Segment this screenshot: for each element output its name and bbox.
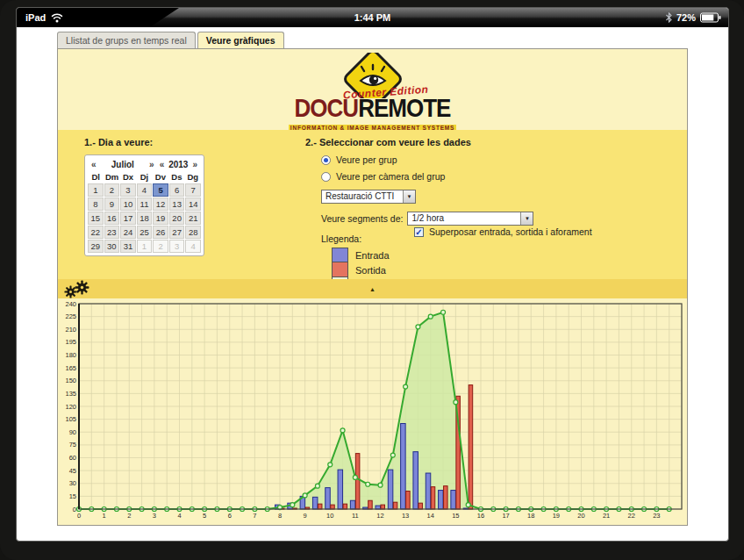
legend-swatch-icon: [332, 262, 348, 277]
calendar-day-cell[interactable]: 3: [169, 240, 185, 253]
calendar-day-cell[interactable]: 1: [137, 240, 153, 253]
status-bar: iPad 1:44 PM 72%: [17, 8, 728, 27]
svg-text:180: 180: [65, 351, 76, 359]
chevron-down-icon[interactable]: ▼: [403, 190, 415, 203]
calendar-day-cell[interactable]: 4: [137, 183, 153, 197]
calendar-day-cell[interactable]: 24: [120, 226, 136, 239]
svg-text:17: 17: [502, 512, 509, 520]
calendar-day-cell[interactable]: 13: [169, 197, 185, 211]
svg-text:120: 120: [65, 403, 76, 411]
calendar-day-cell[interactable]: 30: [104, 240, 120, 253]
chart-area: 0153045607590105120135150165180195210225…: [58, 298, 687, 526]
calendar-day-cell[interactable]: 14: [185, 197, 201, 211]
calendar-day-cell[interactable]: 3: [120, 183, 136, 197]
radio-veure-per-grup[interactable]: Veure per grup: [321, 154, 687, 165]
calendar-month-label: Juliol: [99, 160, 147, 169]
main-panel: Counter Edition DOCUREMOTE Information &…: [57, 48, 688, 526]
calendar-next-year[interactable]: »: [190, 160, 200, 169]
controls-band: 1.- Dia a veure: « Juliol » « 2013 » DlD…: [58, 130, 687, 279]
calendar-day-cell[interactable]: 15: [88, 212, 104, 225]
chart-toolbar: ▲: [58, 279, 687, 298]
calendar-day-cell[interactable]: 31: [120, 240, 136, 253]
calendar-day-cell[interactable]: 25: [137, 226, 153, 239]
radio-icon[interactable]: [321, 155, 331, 165]
calendar-dow: Dx: [120, 172, 136, 182]
svg-text:14: 14: [427, 512, 434, 520]
svg-text:150: 150: [65, 377, 76, 384]
calendar-day-cell[interactable]: 4: [185, 240, 201, 253]
radio-icon[interactable]: [321, 172, 331, 182]
svg-text:5: 5: [203, 512, 206, 520]
ipad-screen: iPad 1:44 PM 72% Llist: [16, 7, 729, 542]
svg-text:23: 23: [653, 512, 660, 520]
checkbox-icon[interactable]: ✓: [414, 227, 424, 237]
calendar-day-cell[interactable]: 2: [104, 183, 120, 197]
calendar-day-cell[interactable]: 19: [153, 212, 168, 225]
svg-text:90: 90: [69, 428, 76, 436]
scroll-top-icon[interactable]: ▲: [369, 286, 376, 292]
svg-text:21: 21: [603, 512, 610, 520]
chevron-down-icon[interactable]: ▼: [520, 212, 533, 225]
calendar-next-month[interactable]: »: [147, 160, 157, 169]
calendar-day-cell[interactable]: 28: [185, 226, 201, 239]
calendar: « Juliol » « 2013 » DlDmDxDjDvDsDg 12345…: [84, 154, 204, 256]
svg-text:16: 16: [477, 512, 484, 520]
calendar-day-cell[interactable]: 22: [88, 226, 104, 239]
svg-text:0: 0: [73, 506, 76, 513]
tab-veure-grafiques[interactable]: Veure gràfiques: [197, 32, 284, 48]
radio-veure-per-camera[interactable]: Veure per càmera del grup: [321, 171, 687, 182]
tab-llistat-grups[interactable]: Llistat de grups en temps real: [57, 32, 196, 48]
svg-text:22: 22: [628, 512, 635, 520]
bluetooth-icon: [666, 12, 672, 23]
overlay-checkbox-row[interactable]: ✓ Superposar entrada, sortida i aforamen…: [414, 226, 592, 237]
calendar-day-cell[interactable]: 7: [185, 183, 201, 197]
svg-text:4: 4: [177, 512, 181, 520]
svg-text:19: 19: [553, 512, 560, 520]
svg-text:20: 20: [577, 512, 584, 520]
svg-text:13: 13: [402, 512, 409, 520]
svg-text:6: 6: [228, 512, 232, 520]
calendar-dow: Ds: [168, 172, 184, 182]
calendar-day-cell[interactable]: 10: [120, 197, 136, 211]
segments-select[interactable]: 1/2 hora ▼: [407, 212, 533, 226]
calendar-day-cell[interactable]: 1: [88, 183, 104, 197]
calendar-day-cell[interactable]: 18: [137, 212, 153, 225]
calendar-day-cell[interactable]: 11: [137, 197, 153, 211]
calendar-day-cell[interactable]: 16: [104, 212, 120, 225]
calendar-day-cell[interactable]: 20: [169, 212, 185, 225]
traffic-chart: 0153045607590105120135150165180195210225…: [58, 298, 688, 525]
calendar-day-cell[interactable]: 27: [169, 226, 185, 239]
view-section: 2.- Seleccionar com veure les dades Veur…: [302, 130, 687, 279]
calendar-day-cell[interactable]: 5: [153, 183, 168, 197]
calendar-day-cell[interactable]: 21: [185, 212, 201, 225]
calendar-day-cell[interactable]: 6: [169, 183, 185, 197]
calendar-day-cell[interactable]: 23: [104, 226, 120, 239]
calendar-day-headers: DlDmDxDjDvDsDg: [88, 172, 201, 183]
group-select[interactable]: Restauració CTTI ▼: [321, 190, 416, 204]
calendar-day-cell[interactable]: 29: [88, 240, 104, 253]
svg-text:15: 15: [69, 492, 76, 500]
calendar-day-cell[interactable]: 9: [104, 197, 120, 211]
calendar-day-cell[interactable]: 12: [153, 197, 168, 211]
svg-text:1: 1: [103, 512, 106, 520]
svg-text:105: 105: [65, 415, 76, 423]
svg-text:45: 45: [69, 467, 76, 475]
svg-text:11: 11: [352, 512, 359, 520]
calendar-prev-year[interactable]: «: [157, 160, 168, 169]
calendar-dow: Dl: [88, 172, 104, 182]
calendar-day-cell[interactable]: 8: [88, 197, 104, 211]
calendar-day-cell[interactable]: 2: [153, 240, 168, 253]
calendar-day-cell[interactable]: 17: [120, 212, 136, 225]
legend-label: Sortida: [355, 265, 386, 276]
calendar-day-cell[interactable]: 26: [153, 226, 168, 239]
svg-text:9: 9: [304, 512, 307, 520]
gear-icon[interactable]: [75, 280, 89, 295]
calendar-prev-month[interactable]: «: [89, 160, 99, 169]
svg-text:135: 135: [65, 390, 76, 398]
tab-bar: Llistat de grups en temps real Veure grà…: [57, 32, 286, 48]
svg-text:60: 60: [69, 454, 76, 462]
legend-item: Sortida: [332, 262, 687, 277]
svg-text:225: 225: [65, 312, 76, 320]
svg-text:8: 8: [278, 512, 282, 520]
svg-text:18: 18: [527, 512, 534, 520]
